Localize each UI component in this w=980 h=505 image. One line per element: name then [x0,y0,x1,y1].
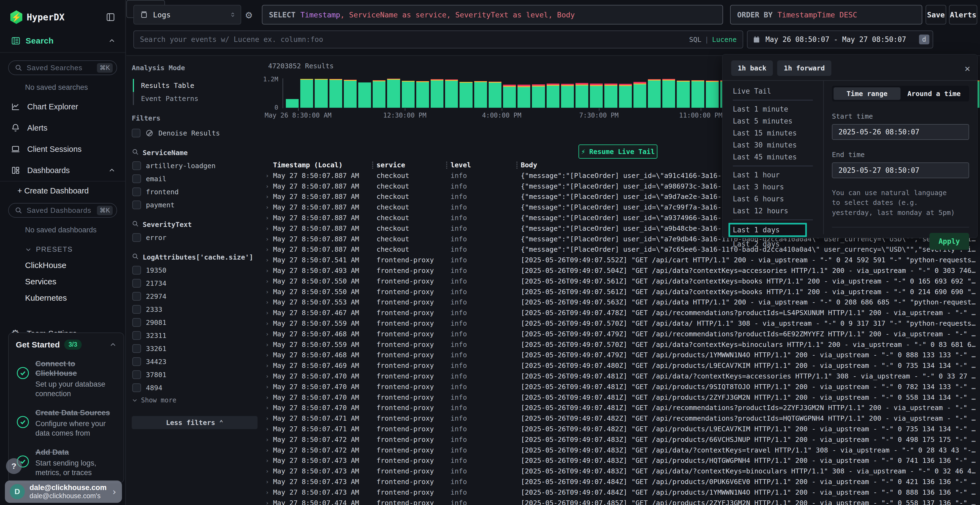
checkbox[interactable] [132,305,141,314]
analysis-mode-event-patterns[interactable]: Event Patterns [133,92,258,105]
facet-value-checkbox[interactable]: error [132,233,258,242]
histogram-bar[interactable] [633,82,646,108]
table-row[interactable]: ›May 27 8:50:07.469 AMfrontend-proxyinfo… [266,360,979,371]
quick-range-last-12-hours[interactable]: Last 12 hours [733,205,823,217]
row-expand-icon[interactable]: › [266,330,273,337]
end-time-input[interactable]: 2025-05-27 08:50:07 [832,162,969,178]
help-button[interactable]: ? [6,458,22,474]
mode-lucene-toggle[interactable]: Lucene [712,36,737,43]
row-expand-icon[interactable]: › [266,193,273,200]
histogram-bar[interactable] [358,83,371,108]
sidebar-item-dashboards[interactable]: Dashboards [0,160,125,181]
row-expand-icon[interactable]: › [266,489,273,496]
close-icon[interactable]: ✕ [965,63,970,74]
row-expand-icon[interactable]: › [266,278,273,284]
table-row[interactable]: ›May 27 8:50:07.467 AMfrontend-proxyinfo… [266,308,979,318]
row-expand-icon[interactable]: › [266,426,273,432]
table-row[interactable]: ›May 27 8:50:07.468 AMfrontend-proxyinfo… [266,329,979,339]
histogram-bar[interactable] [431,79,444,108]
table-row[interactable]: ›May 27 8:50:07.473 AMfrontend-proxyinfo… [266,487,979,498]
histogram-bar[interactable] [590,84,603,108]
resume-live-tail-button[interactable]: ⚡ Resume Live Tail [579,145,657,159]
daterange-input[interactable]: May 26 08:50:07 - May 27 08:50:07 d [747,30,933,48]
show-more-button[interactable]: Show more [132,397,258,404]
apply-button[interactable]: Apply [929,233,969,250]
checkbox[interactable] [132,161,141,170]
hyperdx-logo[interactable]: ⚡ HyperDX [10,10,65,24]
table-row[interactable]: ›May 27 8:50:07.550 AMfrontend-proxyinfo… [266,286,979,297]
save-button[interactable]: Save [926,5,946,24]
table-row[interactable]: ›May 27 8:50:07.559 AMfrontend-proxyinfo… [266,318,979,329]
histogram-bar[interactable] [648,79,661,108]
table-row[interactable]: ›May 27 8:50:07.470 AMfrontend-proxyinfo… [266,392,979,403]
row-expand-icon[interactable]: › [266,394,273,401]
tab-around-a-time[interactable]: Around a time [900,87,967,100]
histogram-bar[interactable] [547,84,559,108]
facet-value-checkbox[interactable]: frontend [132,187,258,196]
sidebar-item-chart-explorer[interactable]: Chart Explorer [0,96,125,117]
row-expand-icon[interactable]: › [266,341,273,348]
histogram-bar[interactable] [373,80,385,108]
facet-value-checkbox[interactable]: 32311 [132,331,258,340]
histogram-bar[interactable] [387,79,400,108]
row-expand-icon[interactable]: › [266,351,273,358]
row-expand-icon[interactable]: › [266,320,273,327]
1h-back-button[interactable]: 1h back [731,60,773,76]
checkbox[interactable] [132,370,141,379]
checkbox[interactable] [132,187,141,196]
facet-value-checkbox[interactable]: 34423 [132,357,258,366]
sidebar-collapse-icon[interactable] [106,12,115,22]
sidebar-preset-kubernetes[interactable]: Kubernetes [0,286,125,303]
table-row[interactable]: ›May 27 8:50:07.550 AMfrontend-proxyinfo… [266,276,979,286]
table-row[interactable]: ›May 27 8:50:07.468 AMfrontend-proxyinfo… [266,350,979,360]
facet-value-checkbox[interactable]: 19350 [132,266,258,275]
row-expand-icon[interactable]: › [266,500,273,505]
table-row[interactable]: ›May 27 8:50:07.470 AMfrontend-proxyinfo… [266,403,979,413]
chevron-up-icon[interactable] [110,341,116,348]
row-expand-icon[interactable]: › [266,415,273,422]
quick-range-last-1-minute[interactable]: Last 1 minute [733,103,823,115]
quick-range-live-tail[interactable]: Live Tail [733,85,823,97]
facet-value-checkbox[interactable]: artillery-loadgen [132,161,258,170]
tab-time-range[interactable]: Time range [834,87,900,100]
quick-range-last-30-minutes[interactable]: Last 30 minutes [733,139,823,151]
histogram-bar[interactable] [402,81,415,108]
quick-range-last-1-hour[interactable]: Last 1 hour [733,169,823,181]
facet-value-checkbox[interactable]: 37801 [132,370,258,379]
table-row[interactable]: ›May 27 8:50:07.473 AMfrontend-proxyinfo… [266,476,979,487]
table-row[interactable]: ›May 27 8:50:07.471 AMfrontend-proxyinfo… [266,424,979,434]
histogram-bar[interactable] [576,83,588,108]
checkbox[interactable] [132,357,141,366]
facet-value-checkbox[interactable]: 29081 [132,318,258,327]
histogram-bar[interactable] [503,85,516,108]
user-menu[interactable]: D dale@clickhouse.com dale@clickhouse.co… [5,481,122,503]
saved-searches-input[interactable]: Saved Searches ⌘K [8,60,117,75]
row-expand-icon[interactable]: › [266,478,273,485]
sidebar-item-search[interactable]: Search [0,32,125,52]
row-expand-icon[interactable]: › [266,383,273,390]
quick-range-last-45-minutes[interactable]: Last 45 minutes [733,151,823,163]
checkbox[interactable] [132,292,141,301]
histogram-bar[interactable] [488,82,501,108]
checkbox[interactable] [132,279,141,287]
histogram-bar[interactable] [315,79,328,108]
histogram-bar[interactable] [445,79,458,108]
quick-range-last-2-days[interactable]: Last 2 days [733,238,823,250]
table-row[interactable]: ›May 27 8:50:07.559 AMfrontend-proxyinfo… [266,339,979,350]
histogram-bar[interactable] [517,85,530,108]
sidebar-preset-clickhouse[interactable]: ClickHouse [0,254,125,270]
column-resize-handle[interactable] [446,162,447,169]
get-started-item[interactable]: Add DataStart sending logs, metrics, or … [16,447,116,478]
row-expand-icon[interactable]: › [266,267,273,274]
facet-value-checkbox[interactable]: 21734 [132,279,258,287]
row-expand-icon[interactable]: › [266,246,273,253]
histogram-bar[interactable] [286,99,299,108]
quick-range-last-15-minutes[interactable]: Last 15 minutes [733,127,823,139]
histogram-bar[interactable] [706,81,719,108]
sidebar-preset-services[interactable]: Services [0,270,125,286]
table-row[interactable]: ›May 27 8:50:07.472 AMfrontend-proxyinfo… [266,434,979,445]
get-started-item[interactable]: Connect to ClickHouseSet up your databas… [16,359,116,399]
create-dashboard-button[interactable]: + Create Dashboard [0,181,125,195]
row-expand-icon[interactable]: › [266,183,273,190]
histogram-bar[interactable] [474,81,487,108]
